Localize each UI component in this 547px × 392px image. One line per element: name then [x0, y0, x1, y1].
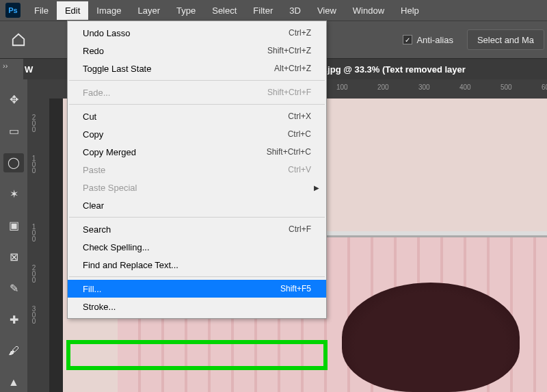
menu-fade: Fade...Shift+Ctrl+F	[68, 83, 326, 101]
expand-panels-icon[interactable]: ››	[3, 62, 16, 73]
menu-separator	[69, 80, 325, 81]
brush-tool[interactable]: 🖌	[3, 341, 24, 361]
menu-window[interactable]: Window	[345, 1, 392, 20]
wand-tool[interactable]: ✶	[3, 185, 24, 204]
menu-help[interactable]: Help	[392, 1, 427, 20]
menu-separator	[69, 104, 325, 105]
ruler-mark: 100	[336, 83, 348, 91]
menu-toggle-last-state[interactable]: Toggle Last StateAlt+Ctrl+Z	[68, 60, 326, 77]
app-logo: Ps	[5, 3, 21, 18]
ruler-mark: 500	[501, 83, 512, 91]
move-tool[interactable]: ✥	[3, 90, 24, 109]
menu-image[interactable]: Image	[88, 1, 129, 20]
lasso-tool[interactable]: ◯	[3, 153, 24, 172]
menu-file[interactable]: File	[26, 1, 57, 20]
menu-redo[interactable]: RedoShift+Ctrl+Z	[68, 42, 326, 60]
vruler-mark: 300	[30, 305, 38, 324]
menu-copy-merged[interactable]: Copy MergedShift+Ctrl+C	[68, 143, 326, 161]
menu-search[interactable]: SearchCtrl+F	[68, 220, 326, 238]
ruler-mark: 300	[418, 83, 430, 91]
menu-cut[interactable]: CutCtrl+X	[68, 107, 326, 125]
crop-tool[interactable]: ▣	[3, 216, 24, 235]
home-icon	[11, 32, 26, 47]
frame-tool[interactable]: ⊠	[3, 248, 24, 267]
document-tab-title[interactable]: 1.jpg @ 33.3% (Text removed layer	[320, 64, 466, 75]
menu-check-spelling[interactable]: Check Spelling...	[68, 238, 326, 256]
menu-fill[interactable]: Fill...Shift+F5	[68, 280, 326, 298]
home-button[interactable]	[7, 29, 30, 51]
menu-type[interactable]: Type	[168, 1, 204, 20]
eyedropper-tool[interactable]: ✎	[3, 278, 24, 298]
menu-filter[interactable]: Filter	[245, 1, 281, 20]
ruler-mark: 200	[377, 83, 389, 91]
ruler-mark: 400	[459, 83, 471, 91]
stamp-tool[interactable]: ▲	[3, 373, 24, 392]
checkmark-icon: ✓	[403, 35, 412, 44]
antialias-checkbox[interactable]: ✓ Anti-alias	[403, 35, 453, 45]
menu-find-replace[interactable]: Find and Replace Text...	[68, 256, 326, 274]
vruler-mark: 200	[30, 264, 38, 283]
menu-copy[interactable]: CopyCtrl+C	[68, 125, 326, 143]
menu-separator	[69, 276, 325, 277]
marquee-tool[interactable]: ▭	[3, 122, 24, 141]
menu-layer[interactable]: Layer	[130, 1, 169, 20]
image-head	[342, 283, 520, 392]
vruler-mark: 200	[30, 114, 38, 132]
ruler-mark: 600	[542, 83, 547, 91]
menu-paste: PasteCtrl+V	[68, 161, 326, 179]
menu-select[interactable]: Select	[204, 1, 245, 20]
submenu-arrow-icon: ▶	[314, 184, 319, 192]
vruler-mark: 100	[30, 223, 38, 241]
tools-panel: ✥ ▭ ◯ ✶ ▣ ⊠ ✎ ✚ 🖌 ▲ 200 100 100 200 300	[0, 79, 49, 392]
edit-menu-dropdown: Undo LassoCtrl+Z RedoShift+Ctrl+Z Toggle…	[67, 21, 327, 319]
menu-view[interactable]: View	[309, 1, 345, 20]
menubar: Ps File Edit Image Layer Type Select Fil…	[0, 0, 547, 21]
antialias-label: Anti-alias	[416, 35, 453, 45]
menu-undo[interactable]: Undo LassoCtrl+Z	[68, 24, 326, 42]
doc-tab-prefix: W	[25, 64, 33, 75]
menu-separator	[69, 217, 325, 218]
menu-stroke[interactable]: Stroke...	[68, 298, 326, 315]
vruler-mark: 100	[30, 155, 38, 173]
menu-paste-special: Paste Special▶	[68, 179, 326, 196]
menu-edit[interactable]: Edit	[57, 1, 88, 20]
menu-3d[interactable]: 3D	[281, 1, 309, 20]
healing-tool[interactable]: ✚	[3, 310, 24, 329]
vertical-ruler: 200 100 100 200 300	[27, 79, 49, 392]
select-and-mask-button[interactable]: Select and Ma	[467, 29, 544, 50]
menu-clear[interactable]: Clear	[68, 196, 326, 214]
